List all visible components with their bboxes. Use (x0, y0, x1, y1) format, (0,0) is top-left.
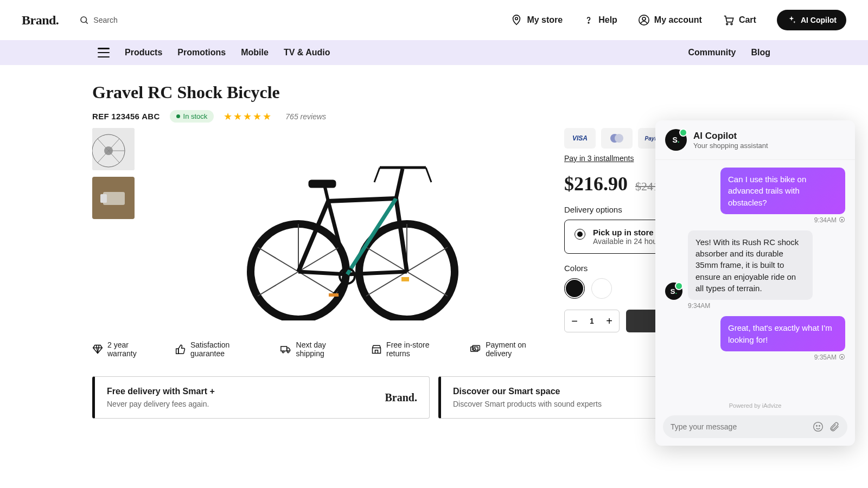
hamburger-icon[interactable] (98, 48, 110, 57)
svg-point-2 (515, 17, 518, 20)
chat-header: S. AI Copilot Your shopping assistant (655, 120, 855, 160)
store-icon (371, 344, 382, 355)
sparkle-icon (787, 15, 796, 25)
review-count[interactable]: 765 reviews (285, 112, 326, 121)
badge-cod: Payment on delivery (469, 341, 548, 358)
svg-rect-18 (100, 194, 107, 203)
chat-input[interactable] (671, 422, 807, 431)
chat-timestamp: 9:35AM ⦿ (814, 354, 845, 361)
copilot-avatar: S. (665, 282, 682, 300)
powered-by: Powered by iAdvize (655, 400, 855, 411)
check-icon: ⦿ (839, 354, 845, 361)
badge-shipping: Next day shipping (280, 341, 351, 358)
account-label: My account (654, 15, 702, 25)
promo-sub: Never pay delivery fees again. (107, 400, 215, 408)
nav-mobile[interactable]: Mobile (241, 48, 269, 57)
svg-line-30 (366, 272, 407, 296)
brand-logo[interactable]: Brand. (22, 13, 59, 28)
nav-promotions[interactable]: Promotions (177, 48, 226, 57)
thumbnail-2[interactable] (92, 177, 135, 219)
copilot-label: AI Copilot (801, 16, 837, 24)
svg-line-33 (396, 169, 403, 198)
svg-point-47 (814, 422, 823, 432)
chat-timestamp: 9:34AM (688, 302, 710, 310)
chat-subtitle: Your shopping assistant (693, 142, 768, 150)
delivery-sub: Available in 24 hours (593, 237, 663, 246)
attachment-icon[interactable] (829, 421, 840, 432)
svg-rect-38 (176, 349, 178, 354)
chat-message-assistant: Yes! With its Rush RC shock absorber and… (688, 230, 813, 300)
help-link[interactable]: Help (583, 15, 617, 25)
svg-line-25 (258, 272, 298, 296)
cash-icon (469, 344, 481, 355)
qty-decrease[interactable]: − (565, 310, 584, 332)
svg-point-5 (642, 17, 646, 21)
installments-link[interactable]: Pay in 3 installments (564, 154, 634, 163)
chat-title: AI Copilot (693, 131, 768, 142)
mastercard-icon (601, 128, 633, 149)
svg-point-48 (816, 426, 818, 427)
product-title: Gravel RC Shock Bicycle (92, 82, 776, 102)
promo-title: Discover our Smart space (453, 387, 602, 396)
top-bar: Brand. Search My store Help My account C… (0, 0, 868, 40)
svg-rect-39 (280, 346, 286, 351)
cart-link[interactable]: Cart (723, 14, 756, 26)
search-box[interactable]: Search (79, 15, 117, 25)
delivery-title: Pick up in store (593, 228, 654, 237)
my-store-label: My store (527, 15, 563, 25)
svg-line-23 (258, 247, 298, 272)
visa-card-icon: VISA (564, 128, 596, 149)
account-link[interactable]: My account (638, 14, 702, 26)
thumbnail-1[interactable] (92, 128, 135, 170)
cart-label: Cart (739, 15, 756, 25)
chat-timestamp: 9:34AM ⦿ (814, 216, 845, 224)
chat-message-user: Great, that's exactly what I'm looking f… (720, 316, 845, 351)
svg-point-46 (615, 134, 623, 143)
nav-community[interactable]: Community (688, 48, 736, 57)
qty-value: 1 (584, 317, 599, 325)
thumbs-up-icon (175, 344, 186, 355)
copilot-avatar: S. (665, 129, 687, 151)
copilot-button[interactable]: AI Copilot (777, 10, 846, 30)
location-icon (510, 14, 522, 26)
diamond-icon (92, 344, 103, 355)
chat-input-wrap (663, 415, 847, 438)
price: $216.90 (564, 172, 628, 195)
promo-smart-plus[interactable]: Free delivery with Smart +Never pay deli… (92, 376, 430, 419)
svg-point-6 (726, 23, 728, 25)
search-label: Search (93, 16, 117, 24)
radio-selected-icon[interactable] (575, 229, 585, 240)
svg-line-28 (366, 247, 407, 272)
chat-message-user: Can I use this bike on advanced trails w… (720, 168, 845, 214)
nav-blog[interactable]: Blog (751, 48, 770, 57)
svg-point-40 (282, 351, 284, 352)
color-swatch-black[interactable] (564, 278, 585, 299)
svg-line-27 (407, 247, 448, 272)
nav-bar: Products Promotions Mobile TV & Audio Co… (0, 40, 868, 65)
svg-line-29 (407, 272, 448, 296)
svg-point-0 (81, 17, 87, 23)
truck-icon (280, 344, 292, 355)
search-icon (79, 15, 89, 25)
badge-returns: Free in-store returns (371, 341, 449, 358)
svg-point-41 (287, 351, 289, 352)
qty-increase[interactable]: + (599, 310, 619, 332)
help-icon (583, 15, 594, 25)
user-icon (638, 14, 650, 26)
svg-rect-37 (401, 277, 409, 281)
emoji-icon[interactable] (813, 421, 824, 432)
promo-logo: Brand. (385, 391, 417, 404)
svg-point-3 (588, 22, 589, 23)
copilot-chat: S. AI Copilot Your shopping assistant Ca… (655, 120, 855, 446)
quantity-stepper: − 1 + (564, 310, 620, 332)
svg-rect-42 (471, 347, 478, 351)
product-image[interactable] (146, 128, 548, 329)
svg-point-7 (731, 23, 732, 25)
promo-sub: Discover Smart products with sound exper… (453, 400, 602, 408)
nav-tv-audio[interactable]: TV & Audio (284, 48, 330, 57)
svg-point-49 (819, 426, 820, 427)
color-swatch-white[interactable] (591, 278, 612, 299)
my-store-link[interactable]: My store (510, 14, 563, 26)
nav-products[interactable]: Products (125, 48, 162, 57)
product-ref: REF 123456 ABC (92, 112, 160, 121)
